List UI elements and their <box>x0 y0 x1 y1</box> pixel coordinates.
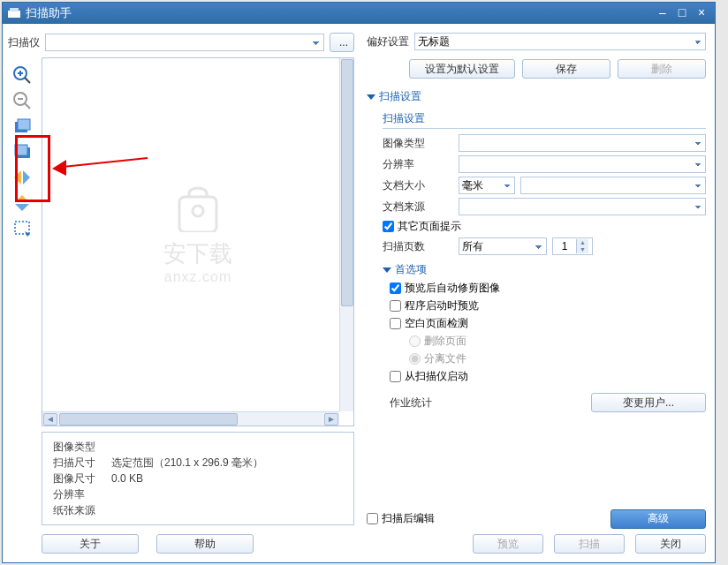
svg-marker-18 <box>25 231 30 237</box>
zoom-out-icon[interactable] <box>10 89 34 112</box>
app-title: 扫描助手 <box>26 5 655 21</box>
advanced-button[interactable]: 高级 <box>610 509 706 529</box>
close-button[interactable]: 关闭 <box>635 534 706 554</box>
image-type-label: 图像类型 <box>383 136 453 151</box>
minimize-button[interactable]: – <box>655 6 671 20</box>
left-pane: 扫描仪 ... 安下载 anxz. <box>3 24 360 562</box>
preferences-header[interactable]: 首选项 <box>383 262 706 277</box>
scan-pages-label: 扫描页数 <box>383 239 453 254</box>
other-page-label: 其它页面提示 <box>398 219 461 234</box>
preview-scrollbar-h[interactable]: ◄► <box>42 411 339 426</box>
doc-size-label: 文档大小 <box>383 178 453 193</box>
marquee-icon[interactable] <box>10 217 34 240</box>
svg-rect-10 <box>18 119 30 130</box>
about-button[interactable]: 关于 <box>42 534 139 554</box>
doc-unit-select[interactable]: 毫米 <box>459 177 515 194</box>
scan-pages-input[interactable] <box>553 238 576 254</box>
pref-label: 偏好设置 <box>367 34 409 49</box>
info-box: 图像类型 扫描尺寸选定范围（210.1 x 296.9 毫米） 图像尺寸0.0 … <box>42 432 354 525</box>
blank-detect-label: 空白页面检测 <box>405 316 468 331</box>
svg-marker-13 <box>14 170 21 185</box>
help-button[interactable]: 帮助 <box>156 534 254 554</box>
doc-source-select[interactable] <box>459 198 706 215</box>
edit-after-label: 扫描后编辑 <box>382 511 435 526</box>
preview-toolbar <box>8 57 40 426</box>
preview-button[interactable]: 预览 <box>473 534 543 554</box>
scanner-launch-label: 从扫描仪启动 <box>405 369 468 384</box>
delete-pref-button[interactable]: 删除 <box>618 59 706 79</box>
scanner-select[interactable] <box>45 34 324 51</box>
svg-rect-17 <box>15 222 29 234</box>
app-icon <box>8 8 20 19</box>
change-user-button[interactable]: 变更用户... <box>591 393 706 412</box>
resolution-label: 分辨率 <box>383 157 453 172</box>
resolution-select[interactable] <box>459 155 706 173</box>
image-type-select[interactable] <box>459 134 706 152</box>
doc-size-select[interactable] <box>520 177 706 194</box>
maximize-button[interactable]: □ <box>674 6 690 20</box>
scanner-browse-button[interactable]: ... <box>330 33 354 52</box>
scan-pages-spinner[interactable]: ▲▼ <box>552 237 593 255</box>
delete-page-label: 删除页面 <box>424 334 466 349</box>
edit-after-checkbox[interactable] <box>367 513 378 524</box>
set-default-button[interactable]: 设置为默认设置 <box>409 59 515 79</box>
app-window: 扫描助手 – □ × 扫描仪 ... <box>2 2 716 563</box>
preview-launch-checkbox[interactable] <box>390 300 401 312</box>
preview-scrollbar-v[interactable] <box>339 58 353 411</box>
delete-page-radio <box>409 335 421 347</box>
rotate-left-icon[interactable] <box>10 115 34 138</box>
svg-marker-15 <box>15 195 29 202</box>
blank-detect-checkbox[interactable] <box>390 318 401 329</box>
right-pane: 偏好设置 无标题 设置为默认设置 保存 删除 扫描设置 扫描设置 图像类型 分辨… <box>360 24 715 562</box>
auto-trim-label: 预览后自动修剪图像 <box>405 281 500 296</box>
rotate-right-icon[interactable] <box>10 140 34 163</box>
scan-settings-header[interactable]: 扫描设置 <box>367 89 706 104</box>
titlebar: 扫描助手 – □ × <box>3 3 715 24</box>
svg-line-3 <box>25 78 30 83</box>
svg-rect-0 <box>8 11 20 18</box>
flip-v-icon[interactable] <box>10 192 34 215</box>
svg-line-7 <box>25 103 30 109</box>
svg-rect-1 <box>10 8 19 11</box>
scanner-label: 扫描仪 <box>8 35 40 50</box>
scan-button[interactable]: 扫描 <box>554 534 625 554</box>
preview-area[interactable]: 安下载 anxz.com ◄► <box>42 57 354 426</box>
job-stats-label: 作业统计 <box>390 396 432 411</box>
zoom-in-icon[interactable] <box>10 64 34 87</box>
svg-marker-14 <box>23 170 30 185</box>
preview-launch-label: 程序启动时预览 <box>405 298 479 313</box>
split-file-radio <box>409 353 421 365</box>
other-page-checkbox[interactable] <box>383 221 394 232</box>
svg-point-19 <box>193 206 203 216</box>
svg-marker-16 <box>15 204 29 211</box>
split-file-label: 分离文件 <box>424 351 466 366</box>
scan-pages-select[interactable]: 所有 <box>459 237 547 255</box>
scanner-launch-checkbox[interactable] <box>390 371 401 382</box>
doc-source-label: 文档来源 <box>383 200 453 215</box>
flip-h-icon[interactable] <box>10 166 34 189</box>
watermark: 安下载 anxz.com <box>163 185 232 285</box>
pref-select[interactable]: 无标题 <box>414 33 706 50</box>
close-window-button[interactable]: × <box>694 6 709 20</box>
svg-rect-12 <box>15 145 27 155</box>
auto-trim-checkbox[interactable] <box>390 282 401 294</box>
scan-settings-subheader: 扫描设置 <box>383 108 706 129</box>
save-pref-button[interactable]: 保存 <box>522 59 610 79</box>
